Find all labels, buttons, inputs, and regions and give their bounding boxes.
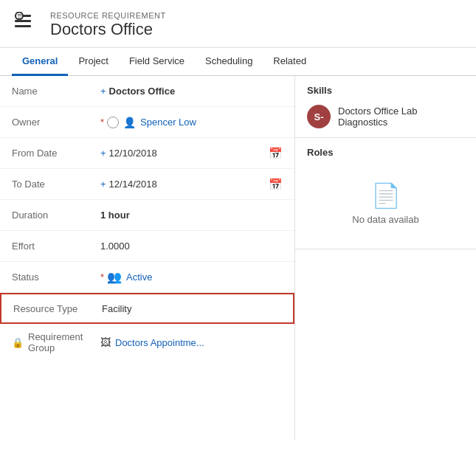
svg-rect-2 <box>15 25 31 27</box>
roles-title: Roles <box>307 147 464 158</box>
from-date-required-marker: + <box>100 148 106 159</box>
owner-field: 👤 Spencer Low <box>107 117 196 128</box>
duration-label: Duration <box>12 210 100 221</box>
from-date-field-row: From Date + 12/10/2018 📅 <box>0 138 294 169</box>
requirement-group-value[interactable]: 🖼 Doctors Appointme... <box>100 336 204 348</box>
requirement-group-row: 🔒 Requirement Group 🖼 Doctors Appointme.… <box>0 324 294 361</box>
to-date-required-marker: + <box>100 179 106 190</box>
to-date-field-row: To Date + 12/14/2018 📅 <box>0 169 294 200</box>
from-date-value: 12/10/2018 <box>109 148 263 159</box>
tab-project[interactable]: Project <box>68 48 118 76</box>
status-value[interactable]: Active <box>126 272 152 283</box>
roles-no-data: 📄 No data availab <box>307 167 464 240</box>
skill-name: Doctors Office Lab Diagnostics <box>338 106 464 128</box>
duration-value: 1 hour <box>100 210 283 221</box>
svg-text:☰: ☰ <box>17 13 22 20</box>
skill-item: S- Doctors Office Lab Diagnostics <box>307 105 464 128</box>
from-date-calendar-icon[interactable]: 📅 <box>269 147 283 160</box>
req-group-value-icon: 🖼 <box>100 336 111 348</box>
no-data-icon: 📄 <box>371 181 401 210</box>
to-date-calendar-icon[interactable]: 📅 <box>269 178 283 191</box>
tab-bar: General Project Field Service Scheduling… <box>0 48 476 76</box>
resource-type-label: Resource Type <box>13 303 102 314</box>
status-field-row: Status * 👥 Active <box>0 262 294 293</box>
lock-icon: 🔒 <box>12 337 24 348</box>
header-title: Doctors Office <box>50 20 166 39</box>
skills-section: Skills S- Doctors Office Lab Diagnostics <box>295 76 476 138</box>
owner-circle-icon <box>107 117 119 128</box>
duration-field-row: Duration 1 hour <box>0 200 294 231</box>
resource-type-value: Facility <box>102 303 281 314</box>
content-area: Name + Doctors Office Owner * 👤 Spencer … <box>0 76 476 440</box>
name-required-marker: + <box>100 86 106 97</box>
requirement-group-label: 🔒 Requirement Group <box>12 331 100 353</box>
owner-label: Owner <box>12 117 100 128</box>
owner-field-row: Owner * 👤 Spencer Low <box>0 107 294 138</box>
page-header: ☰ RESOURCE REQUIREMENT Doctors Office <box>0 0 476 48</box>
owner-value[interactable]: Spencer Low <box>140 117 196 128</box>
skill-avatar: S- <box>307 105 331 128</box>
owner-required-marker: * <box>100 117 104 128</box>
effort-value: 1.0000 <box>100 241 283 252</box>
resource-type-field-row: Resource Type Facility <box>0 293 294 324</box>
status-label: Status <box>12 272 100 283</box>
header-subtitle: RESOURCE REQUIREMENT <box>50 11 166 20</box>
roles-section: Roles 📄 No data availab <box>295 138 476 249</box>
tab-scheduling[interactable]: Scheduling <box>195 48 263 76</box>
resource-requirement-icon: ☰ <box>12 10 41 40</box>
tab-field-service[interactable]: Field Service <box>119 48 195 76</box>
no-data-text: No data availab <box>352 214 418 225</box>
to-date-value: 12/14/2018 <box>109 179 263 190</box>
name-value: Doctors Office <box>109 86 283 97</box>
to-date-label: To Date <box>12 179 100 190</box>
left-panel: Name + Doctors Office Owner * 👤 Spencer … <box>0 76 295 440</box>
name-field-row: Name + Doctors Office <box>0 76 294 107</box>
svg-rect-1 <box>15 20 31 22</box>
from-date-label: From Date <box>12 148 100 159</box>
owner-person-icon: 👤 <box>123 117 136 128</box>
right-panel: Skills S- Doctors Office Lab Diagnostics… <box>295 76 476 440</box>
status-field: 👥 Active <box>107 270 152 284</box>
skills-title: Skills <box>307 85 464 96</box>
name-label: Name <box>12 86 100 97</box>
effort-field-row: Effort 1.0000 <box>0 231 294 262</box>
tab-general[interactable]: General <box>12 48 68 76</box>
status-required-marker: * <box>100 272 104 283</box>
tab-related[interactable]: Related <box>263 48 317 76</box>
header-text: RESOURCE REQUIREMENT Doctors Office <box>50 11 166 39</box>
status-people-icon: 👥 <box>107 270 122 284</box>
effort-label: Effort <box>12 241 100 252</box>
